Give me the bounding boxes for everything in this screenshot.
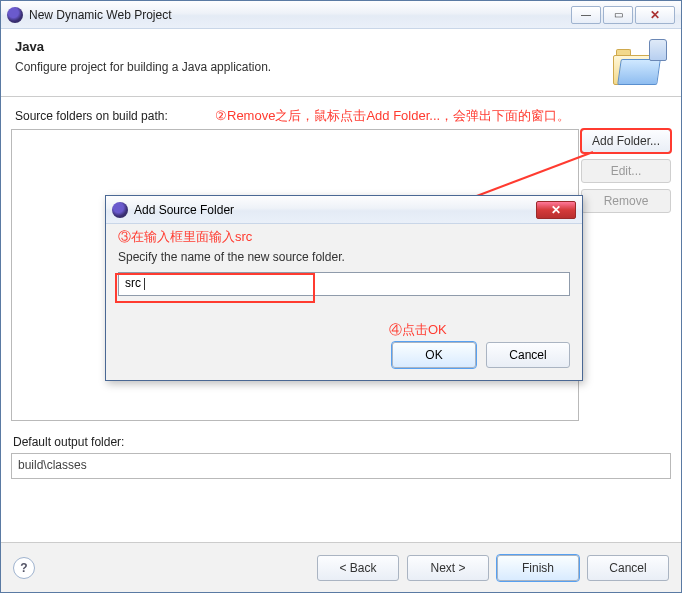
- annotation-4: ④点击OK: [389, 321, 447, 339]
- annotation-3: ③在输入框里面输入src: [118, 228, 570, 246]
- back-button[interactable]: < Back: [317, 555, 399, 581]
- next-button[interactable]: Next >: [407, 555, 489, 581]
- dialog-title: Add Source Folder: [134, 203, 234, 217]
- page-subtitle: Configure project for building a Java ap…: [15, 60, 667, 74]
- cancel-button[interactable]: Cancel: [587, 555, 669, 581]
- remove-button: Remove: [581, 189, 671, 213]
- help-button[interactable]: ?: [13, 557, 35, 579]
- minimize-button[interactable]: —: [571, 6, 601, 24]
- add-source-folder-dialog: Add Source Folder ✕ ③在输入框里面输入src Specify…: [105, 195, 583, 381]
- close-button[interactable]: ✕: [635, 6, 675, 24]
- dialog-titlebar: Add Source Folder ✕: [106, 196, 582, 224]
- wizard-folder-icon: [613, 39, 667, 85]
- maximize-button[interactable]: ▭: [603, 6, 633, 24]
- dialog-cancel-button[interactable]: Cancel: [486, 342, 570, 368]
- eclipse-icon: [7, 7, 23, 23]
- ok-button[interactable]: OK: [392, 342, 476, 368]
- window-title: New Dynamic Web Project: [29, 8, 172, 22]
- source-folders-label: Source folders on build path:: [15, 109, 168, 123]
- finish-button[interactable]: Finish: [497, 555, 579, 581]
- default-output-field[interactable]: build\classes: [11, 453, 671, 479]
- page-title: Java: [15, 39, 667, 54]
- eclipse-icon: [112, 202, 128, 218]
- default-output-label: Default output folder:: [13, 435, 124, 449]
- wizard-footer: ? < Back Next > Finish Cancel: [1, 542, 681, 592]
- add-folder-button[interactable]: Add Folder...: [581, 129, 671, 153]
- dialog-subtitle: Specify the name of the new source folde…: [118, 250, 570, 264]
- annotation-2: ②Remove之后，鼠标点击Add Folder...，会弹出下面的窗口。: [215, 107, 570, 125]
- source-folder-name-input[interactable]: src: [118, 272, 570, 296]
- edit-button: Edit...: [581, 159, 671, 183]
- titlebar: New Dynamic Web Project — ▭ ✕: [1, 1, 681, 29]
- dialog-close-button[interactable]: ✕: [536, 201, 576, 219]
- wizard-header: Java Configure project for building a Ja…: [1, 29, 681, 97]
